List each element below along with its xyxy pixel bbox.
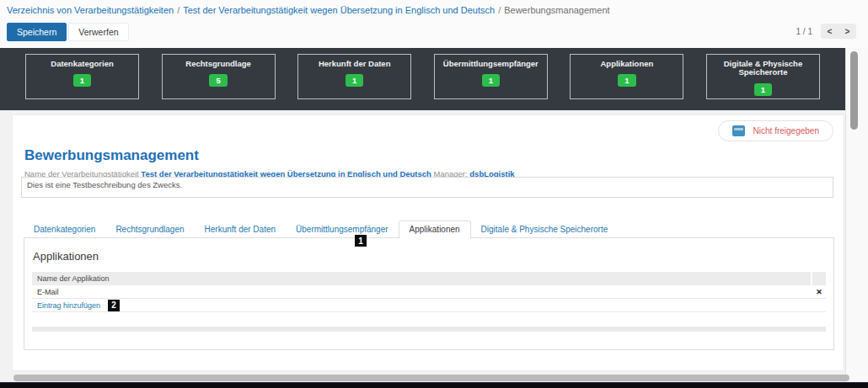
summary-card-label: Rechtsgrundlage — [185, 60, 251, 68]
record-card: Nicht freigegeben Bewerbungsmanagement N… — [12, 114, 844, 371]
tab-content-panel: Applikationen Name der Applikation E-Mai… — [24, 237, 834, 350]
prev-page-icon[interactable]: < — [821, 24, 839, 39]
annotation-marker-1: 1 — [355, 235, 367, 247]
empty-table-row — [32, 312, 826, 327]
tab-rechtsgrundlagen[interactable]: Rechtsgrundlagen — [105, 221, 194, 238]
save-button[interactable]: Speichern — [7, 23, 67, 41]
summary-card-label: Übermittlungsempfänger — [443, 60, 538, 68]
page-title: Bewerbungsmanagement — [24, 147, 199, 164]
summary-card-label: Applikationen — [600, 60, 653, 68]
add-entry-row: Eintrag hinzufügen 2 — [32, 299, 826, 312]
discard-button[interactable]: Verwerfen — [68, 23, 128, 41]
count-badge: 1 — [346, 74, 363, 87]
column-header-actions — [812, 272, 826, 285]
summary-card-label: Herkunft der Daten — [319, 60, 391, 68]
add-entry-link[interactable]: Eintrag hinzufügen — [37, 301, 100, 310]
top-bar: Verzeichnis von Verarbeitungstätigkeiten… — [0, 0, 868, 48]
summary-card-speicherorte[interactable]: Digitale & Physische Speicherorte 1 — [706, 54, 820, 99]
tab-speicherorte[interactable]: Digitale & Physische Speicherorte — [471, 221, 619, 238]
summary-card-applikationen[interactable]: Applikationen 1 — [570, 54, 683, 99]
count-badge: 1 — [754, 83, 772, 96]
window-bottom-edge — [0, 382, 868, 388]
breadcrumb-link-activity[interactable]: Test der Verarbeitungstätigkeit wegen Üb… — [183, 5, 495, 15]
applications-table: Name der Applikation E-Mail ✕ Eintrag hi… — [32, 272, 826, 332]
summary-card-datenkategorien[interactable]: Datenkategorien 1 — [25, 54, 139, 99]
breadcrumb: Verzeichnis von Verarbeitungstätigkeiten… — [7, 5, 610, 15]
breadcrumb-separator: / — [495, 5, 504, 15]
count-badge: 1 — [618, 74, 635, 87]
horizontal-scrollbar-thumb[interactable] — [13, 375, 849, 381]
summary-card-uebermittlung[interactable]: Übermittlungsempfänger 1 — [434, 54, 548, 99]
next-page-icon[interactable]: > — [839, 24, 856, 39]
status-badge: Nicht freigegeben — [753, 126, 819, 136]
tab-uebermittlungsempfaenger[interactable]: Übermittlungsempfänger — [286, 221, 399, 238]
pager-buttons: < > — [821, 24, 856, 39]
summary-card-label: Digitale & Physische Speicherorte — [707, 60, 819, 77]
pagination: 1 / 1 < > — [796, 24, 856, 39]
count-badge: 5 — [209, 74, 227, 87]
tab-datenkategorien[interactable]: Datenkategorien — [24, 221, 105, 238]
summary-card-label: Datenkategorien — [51, 60, 113, 68]
breadcrumb-current: Bewerbungsmanagement — [504, 5, 609, 15]
breadcrumb-separator: / — [174, 5, 183, 15]
tab-applikationen[interactable]: Applikationen — [399, 221, 471, 239]
count-badge: 1 — [482, 74, 500, 87]
vertical-scrollbar-track — [845, 48, 868, 382]
delete-row-icon[interactable]: ✕ — [812, 288, 826, 296]
table-header-row: Name der Applikation — [32, 272, 826, 285]
summary-band: Datenkategorien 1 Rechtsgrundlage 5 Herk… — [0, 48, 845, 110]
table-row: E-Mail ✕ — [32, 285, 826, 299]
description-textarea[interactable]: Dies ist eine Testbeschreibung des Zweck… — [21, 177, 833, 198]
annotation-marker-2: 2 — [108, 300, 120, 311]
count-badge: 1 — [73, 74, 91, 87]
summary-card-rechtsgrundlage[interactable]: Rechtsgrundlage 5 — [162, 54, 276, 99]
vertical-scrollbar-thumb[interactable] — [850, 51, 858, 130]
breadcrumb-link-register[interactable]: Verzeichnis von Verarbeitungstätigkeiten — [7, 5, 174, 15]
application-name-cell: E-Mail — [32, 288, 812, 296]
summary-card-herkunft[interactable]: Herkunft der Daten 1 — [297, 54, 411, 99]
column-header-name: Name der Applikation — [32, 272, 811, 285]
tab-bar: Datenkategorien Rechtsgrundlagen Herkunf… — [24, 221, 618, 238]
archive-box-icon — [732, 125, 745, 136]
section-heading: Applikationen — [33, 250, 99, 263]
page-count: 1 / 1 — [796, 27, 812, 36]
release-status-button[interactable]: Nicht freigegeben — [718, 120, 833, 141]
empty-striped-row — [32, 327, 826, 332]
tab-herkunft-der-daten[interactable]: Herkunft der Daten — [195, 221, 287, 238]
toolbar: Speichern Verwerfen — [7, 23, 129, 41]
summary-card-row: Datenkategorien 1 Rechtsgrundlage 5 Herk… — [0, 48, 845, 99]
